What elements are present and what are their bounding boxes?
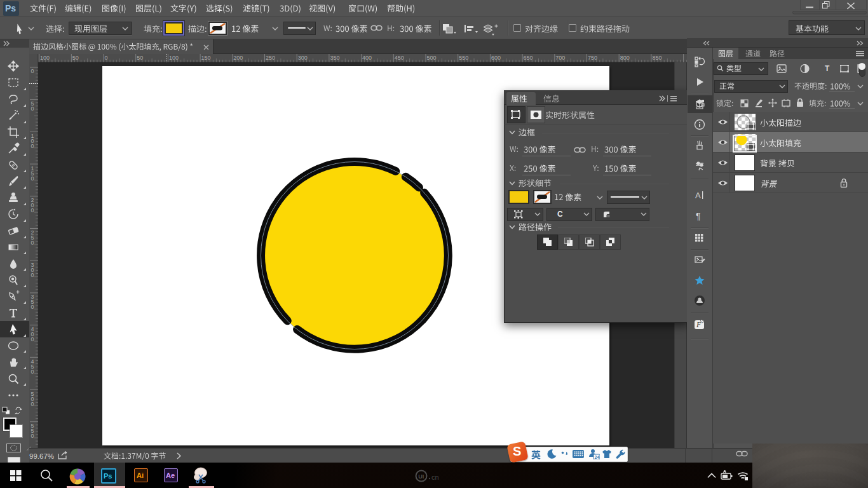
svg-text:F: F xyxy=(696,320,702,329)
svg-text:A: A xyxy=(695,191,701,200)
svg-text:¶: ¶ xyxy=(696,211,701,221)
svg-text:24: 24 xyxy=(595,455,600,459)
svg-text:UI: UI xyxy=(418,473,424,480)
svg-text:cn: cn xyxy=(431,473,439,481)
